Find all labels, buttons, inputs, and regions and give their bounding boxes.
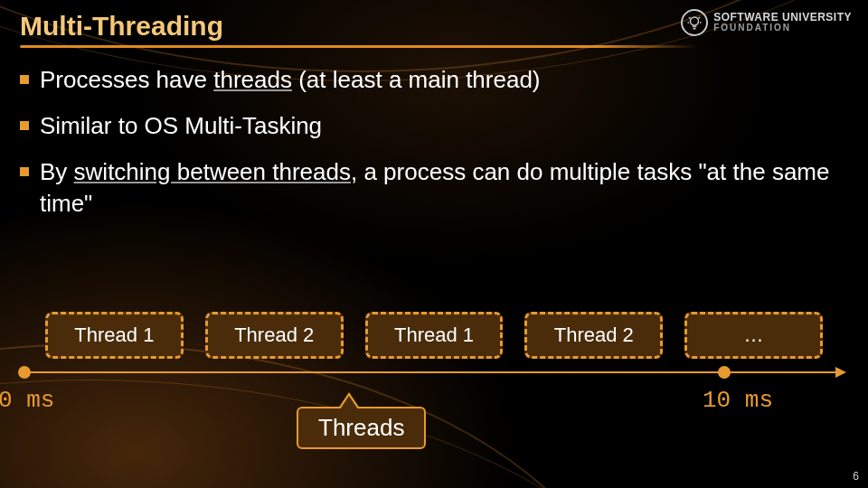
thread-box: Thread 1: [365, 312, 504, 359]
thread-diagram: Thread 1 Thread 2 Thread 1 Thread 2 …: [20, 312, 848, 382]
bullet-1-underlined: threads: [213, 66, 292, 93]
bullet-1-suffix: (at least a main thread): [292, 66, 541, 93]
timeline: [20, 364, 848, 382]
bullet-2: Similar to OS Multi-Tasking: [20, 110, 848, 142]
bullet-3-prefix: By: [40, 158, 74, 185]
bullet-3-underlined: switching between threads: [74, 158, 351, 185]
bullet-1-prefix: Processes have: [40, 66, 213, 93]
bullet-list: Processes have threads (at least a main …: [20, 64, 848, 220]
logo-line2: FOUNDATION: [713, 23, 852, 33]
timeline-start-dot: [18, 366, 31, 379]
lightbulb-icon: [681, 9, 708, 36]
thread-box: Thread 2: [524, 312, 663, 359]
logo-text: SOFTWARE UNIVERSITY FOUNDATION: [713, 12, 852, 33]
slide: SOFTWARE UNIVERSITY FOUNDATION Multi-Thr…: [0, 0, 868, 488]
timeline-line: [20, 371, 839, 373]
thread-box: Thread 1: [45, 312, 184, 359]
thread-box: Thread 2: [205, 312, 344, 359]
timeline-end-label: 10 ms: [703, 387, 773, 414]
threads-callout: Threads: [297, 407, 426, 449]
timeline-start-label: 0 ms: [0, 387, 54, 414]
logo: SOFTWARE UNIVERSITY FOUNDATION: [681, 9, 852, 36]
bullet-3: By switching between threads, a process …: [20, 156, 848, 220]
page-number: 6: [853, 470, 859, 483]
svg-point-0: [691, 17, 699, 25]
thread-box: …: [684, 312, 823, 359]
bullet-1: Processes have threads (at least a main …: [20, 64, 848, 96]
timeline-end-dot: [718, 366, 731, 379]
thread-boxes-row: Thread 1 Thread 2 Thread 1 Thread 2 …: [20, 312, 848, 359]
